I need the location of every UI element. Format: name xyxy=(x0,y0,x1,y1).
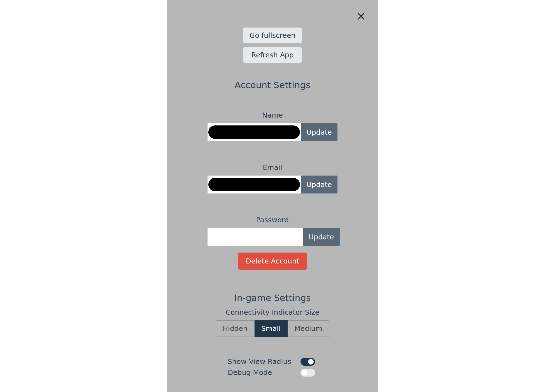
connectivity-option-medium[interactable]: Medium xyxy=(288,320,329,337)
update-email-button[interactable]: Update xyxy=(301,176,337,193)
debug-mode-row: Debug Mode xyxy=(228,368,317,377)
ingame-settings-title: In-game Settings xyxy=(234,293,311,303)
show-view-radius-toggle[interactable] xyxy=(301,358,315,366)
email-label: Email xyxy=(263,164,282,172)
name-label: Name xyxy=(262,111,283,119)
delete-account-button[interactable]: Delete Account xyxy=(238,253,306,270)
show-view-radius-label: Show View Radius xyxy=(228,358,301,366)
update-name-button[interactable]: Update xyxy=(301,123,337,141)
close-icon[interactable] xyxy=(355,11,367,22)
connectivity-option-small[interactable]: Small xyxy=(255,320,288,337)
update-password-button[interactable]: Update xyxy=(303,228,340,246)
name-field-block: Name Update xyxy=(178,111,367,141)
password-field-row: Update xyxy=(208,228,337,246)
top-buttons: Go fullscreen Refresh App xyxy=(243,27,302,63)
email-field-row: Update xyxy=(208,176,337,193)
connectivity-indicator-group: Hidden Small Medium xyxy=(216,320,329,337)
go-fullscreen-button[interactable]: Go fullscreen xyxy=(243,27,302,43)
email-input[interactable] xyxy=(208,176,301,193)
name-input[interactable] xyxy=(208,123,301,141)
account-settings-title: Account Settings xyxy=(235,80,311,90)
show-view-radius-row: Show View Radius xyxy=(228,358,317,366)
toggle-handle xyxy=(308,359,314,365)
connectivity-option-hidden[interactable]: Hidden xyxy=(216,320,255,337)
password-label: Password xyxy=(256,216,289,224)
debug-mode-label: Debug Mode xyxy=(228,368,301,377)
debug-mode-toggle[interactable] xyxy=(301,369,315,377)
password-input[interactable] xyxy=(208,228,303,246)
toggle-handle xyxy=(302,370,308,375)
settings-modal: Go fullscreen Refresh App Account Settin… xyxy=(167,0,378,392)
name-field-row: Update xyxy=(208,123,337,141)
connectivity-indicator-label: Connectivity Indicator Size xyxy=(226,308,319,316)
email-field-block: Email Update xyxy=(178,164,367,193)
password-field-block: Password Update xyxy=(178,216,367,246)
refresh-app-button[interactable]: Refresh App xyxy=(243,47,302,63)
